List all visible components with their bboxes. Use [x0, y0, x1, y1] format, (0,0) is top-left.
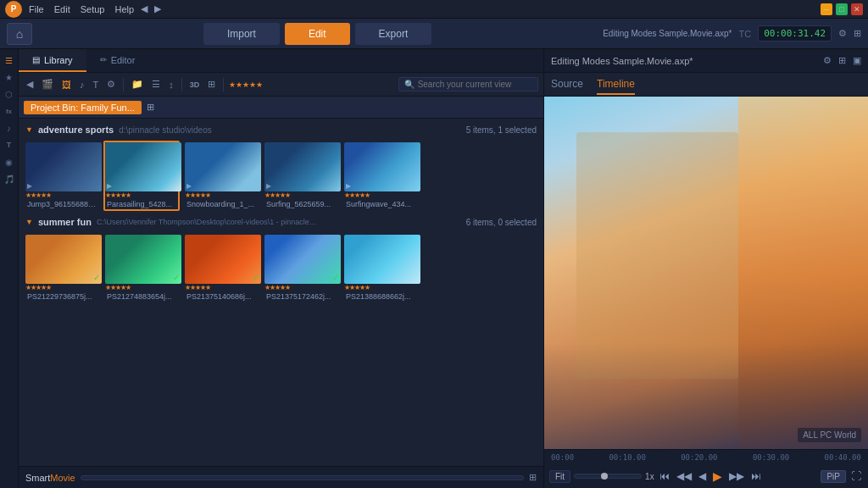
- fullscreen-btn[interactable]: ⛶: [849, 469, 863, 484]
- file-item-ps5[interactable]: ★★★★★ PS21388688662j...: [342, 233, 419, 303]
- separator3: [223, 78, 224, 92]
- sidebar-icon-disc[interactable]: ◉: [2, 154, 17, 169]
- lib-btn-3d[interactable]: 3D: [187, 79, 203, 91]
- file-stars-ps5: ★★★★★: [344, 284, 417, 291]
- file-item-jump3[interactable]: ▶ ★★★★★ Jump3_961556881...: [24, 141, 100, 211]
- section-path-adventure: d:\pinnacle studio\videos: [119, 125, 212, 135]
- titlebar: P File Edit Setup Help ◀ ▶ ─ □ ✕: [0, 0, 868, 19]
- pip-button[interactable]: PiP: [821, 470, 846, 483]
- sidebar-icon-effects[interactable]: ★: [2, 69, 17, 85]
- lib-btn-folder[interactable]: 📁: [129, 77, 146, 92]
- file-check-ps2: ✓: [173, 273, 180, 282]
- file-thumb-ps3: ✓: [185, 235, 261, 284]
- lib-btn-photos[interactable]: 🖼: [59, 78, 74, 92]
- btn-play[interactable]: ▶: [711, 468, 724, 485]
- tab-source[interactable]: Source: [551, 75, 583, 95]
- project-bin-icon[interactable]: ⊞: [147, 102, 154, 113]
- topbar-icon2[interactable]: ⊞: [854, 28, 861, 39]
- file-item-surfwave[interactable]: ▶ ★★★★★ Surfingwave_434...: [342, 141, 419, 211]
- file-item-surfing[interactable]: ▶ ★★★★★ Surfing_5625659...: [263, 141, 339, 211]
- zoom-slider[interactable]: [574, 474, 642, 479]
- fit-dropdown[interactable]: Fit: [549, 470, 570, 483]
- lib-btn-text[interactable]: T: [91, 78, 102, 92]
- topbar-icon1[interactable]: ⚙: [838, 28, 847, 39]
- tab-library[interactable]: ▤ Library: [19, 49, 86, 72]
- close-button[interactable]: ✕: [851, 3, 863, 15]
- stars-filter: ★★★★★: [229, 80, 263, 89]
- speed-display: 1x: [645, 472, 654, 481]
- smartmovie-icon[interactable]: ⊞: [529, 472, 537, 483]
- export-tab[interactable]: Export: [355, 23, 432, 45]
- sidebar-icon-title[interactable]: T: [2, 137, 17, 152]
- search-input[interactable]: [418, 80, 532, 89]
- sidebar-icon-music[interactable]: ♪: [2, 120, 17, 136]
- import-tab[interactable]: Import: [203, 23, 280, 45]
- lib-btn-music[interactable]: ♪: [77, 78, 87, 92]
- lib-btn-back[interactable]: ◀: [24, 77, 36, 92]
- lib-btn-media[interactable]: 🎬: [39, 77, 56, 92]
- menu-file[interactable]: File: [29, 4, 44, 14]
- file-check-ps3: ✓: [253, 273, 259, 282]
- sidebar-icon-library[interactable]: ☰: [2, 53, 17, 68]
- lib-btn-sort[interactable]: ↕: [166, 78, 176, 92]
- lib-btn-settings[interactable]: ⚙: [104, 77, 118, 92]
- file-stars-4: ★★★★★: [264, 191, 337, 199]
- section-arrow[interactable]: ▼: [25, 125, 33, 134]
- window-controls: ─ □ ✕: [821, 3, 863, 15]
- file-stars-2: ★★★★★: [105, 191, 178, 199]
- home-button[interactable]: ⌂: [7, 23, 32, 45]
- sidebar-icon-transitions[interactable]: ⬡: [2, 86, 17, 102]
- lib-btn-list[interactable]: ☰: [149, 77, 163, 92]
- maximize-button[interactable]: □: [836, 3, 848, 15]
- edit-tab[interactable]: Edit: [285, 23, 350, 45]
- file-item-parasailing[interactable]: ▶ ★★★★★ Parasailing_5428...: [103, 141, 180, 211]
- menu-setup[interactable]: Setup: [81, 4, 105, 14]
- watermark: ALL PC World: [798, 428, 861, 442]
- forward-btn[interactable]: ▶: [154, 3, 161, 14]
- section-title-summer: summer fun: [38, 217, 92, 227]
- project-bin-label[interactable]: Project Bin: Family Fun...: [24, 101, 142, 114]
- btn-next-frame[interactable]: ▶▶: [727, 469, 746, 484]
- file-thumb-ps5: [344, 235, 420, 284]
- btn-prev-frame[interactable]: ◀◀: [675, 469, 693, 484]
- tab-timeline[interactable]: Timeline: [597, 75, 635, 95]
- separator2: [181, 78, 182, 92]
- header-icon2[interactable]: ⊞: [838, 55, 846, 66]
- file-check-ps4: ✓: [332, 273, 339, 282]
- header-icon3[interactable]: ▣: [853, 55, 861, 66]
- library-content[interactable]: ▼ adventure sports d:\pinnacle studio\vi…: [19, 119, 543, 466]
- file-item-ps2[interactable]: ✓ ★★★★★ PS21274883654j...: [103, 233, 180, 303]
- tc-4: 00:40.00: [825, 453, 861, 462]
- file-thumb-snowboard: ▶: [185, 142, 261, 191]
- sidebar-icon-fx[interactable]: fx: [2, 103, 17, 119]
- section-summer-header: ▼ summer fun C:\Users\Vennifer Thompson\…: [22, 214, 540, 230]
- tc-2: 00:20.00: [681, 453, 717, 462]
- minimize-button[interactable]: ─: [821, 3, 832, 15]
- file-item-ps3[interactable]: ✓ ★★★★★ PS21375140686j...: [183, 233, 259, 303]
- file-check-ps1: ✓: [93, 273, 100, 282]
- summer-file-grid: ✓ ★★★★★ PS21229736875j... ✓ ★★★★★ PS2127…: [22, 230, 540, 307]
- preview-ruler: 00:00 00:10.00 00:20.00 00:30.00 00:40.0…: [544, 449, 868, 464]
- back-btn[interactable]: ◀: [141, 3, 147, 14]
- lib-btn-more[interactable]: ⊞: [205, 77, 218, 92]
- btn-to-end[interactable]: ⏭: [749, 469, 763, 484]
- menu-edit[interactable]: Edit: [54, 4, 70, 14]
- file-item-ps1[interactable]: ✓ ★★★★★ PS21229736875j...: [24, 233, 100, 303]
- file-item-ps4[interactable]: ✓ ★★★★★ PS21375172462j...: [263, 233, 339, 303]
- app-logo: P: [5, 1, 22, 18]
- tab-editor[interactable]: ✏ Editor: [86, 49, 149, 72]
- btn-play-prev[interactable]: ◀: [697, 469, 708, 484]
- sidebar-icon-audio[interactable]: 🎵: [2, 171, 17, 186]
- menu-help[interactable]: Help: [114, 4, 134, 14]
- file-item-snowboard[interactable]: ▶ ★★★★★ Snowboarding_1_...: [183, 141, 259, 211]
- titlebar-menu: File Edit Setup Help: [29, 4, 134, 14]
- tc-0: 00:00: [551, 453, 574, 462]
- timecode-display: 00:00:31.42: [758, 25, 832, 42]
- preview-tabs: Source Timeline: [544, 73, 868, 97]
- section-arrow-summer[interactable]: ▼: [25, 218, 33, 226]
- file-thumb-surfing: ▶: [264, 142, 341, 191]
- header-icon1[interactable]: ⚙: [823, 55, 832, 66]
- btn-to-start[interactable]: ⏮: [658, 469, 671, 484]
- section-count-adventure: 5 items, 1 selected: [466, 125, 537, 135]
- sidebar-icons: ☰ ★ ⬡ fx ♪ T ◉ 🎵: [0, 49, 19, 488]
